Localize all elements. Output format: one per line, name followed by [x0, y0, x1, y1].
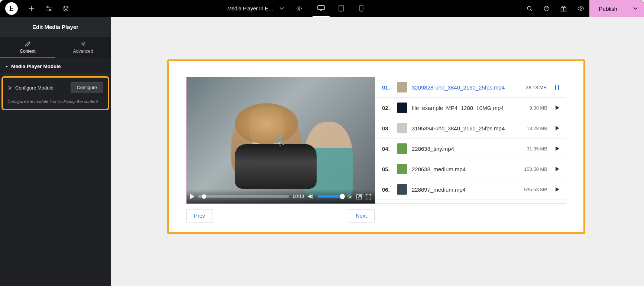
- whats-new-button[interactable]: [555, 6, 572, 12]
- play-icon[interactable]: [556, 187, 559, 192]
- configure-button[interactable]: Configure: [71, 82, 103, 93]
- pause-icon[interactable]: [555, 85, 559, 90]
- playlist-item-thumbnail: [397, 103, 407, 113]
- playlist-item-thumbnail: [397, 123, 407, 133]
- chevron-down-icon: [633, 7, 638, 10]
- volume-icon[interactable]: [308, 194, 314, 199]
- elementor-logo[interactable]: E: [5, 2, 18, 15]
- center-play-overlay[interactable]: [276, 135, 286, 146]
- caret-down-icon: [5, 65, 8, 68]
- tab-content-label: Content: [20, 49, 35, 54]
- help-icon: [544, 6, 550, 12]
- playlist-item-thumbnail: [397, 164, 407, 174]
- layers-icon: [63, 6, 69, 12]
- section-header-media-player[interactable]: Media Player Module: [0, 58, 111, 75]
- page-selector[interactable]: Media Player In E…: [221, 0, 291, 17]
- playlist-item[interactable]: 03.3195394-uhd_3840_2160_25fps.mp413.28 …: [375, 118, 566, 139]
- fullscreen-icon[interactable]: [366, 194, 371, 199]
- prev-button[interactable]: Prev: [186, 209, 213, 222]
- svg-point-13: [9, 87, 11, 88]
- play-icon[interactable]: [556, 167, 559, 171]
- panel-title: Edit Media Player: [0, 17, 111, 37]
- svg-point-11: [580, 8, 582, 9]
- configure-module-block: Configure Module Configure Configure the…: [1, 76, 109, 110]
- preview-button[interactable]: [572, 6, 589, 11]
- svg-point-5: [341, 10, 342, 10]
- playlist-item[interactable]: 05.228638_medium.mp4153.50 MB: [375, 159, 566, 179]
- playlist-item-name: 3195394-uhd_3840_2160_25fps.mp4: [412, 125, 522, 131]
- plus-icon: [29, 6, 35, 12]
- tab-advanced[interactable]: Advanced: [55, 37, 111, 58]
- mobile-icon: [359, 5, 363, 12]
- svg-point-8: [527, 6, 531, 10]
- page-settings-button[interactable]: [291, 6, 308, 12]
- gear-icon: [81, 41, 86, 46]
- playlist-item-number: 01.: [382, 84, 392, 91]
- playlist-item-name: 228638_medium.mp4: [412, 166, 520, 172]
- structure-button[interactable]: [57, 6, 74, 12]
- playlist-item-size: 31.95 MB: [527, 146, 547, 152]
- video-controls: 00:13: [187, 189, 375, 204]
- playlist-item-thumbnail: [397, 143, 407, 154]
- playlist-item[interactable]: 04.228638_tiny.mp431.95 MB: [375, 139, 566, 159]
- playlist-item-number: 02.: [382, 105, 392, 111]
- pencil-icon: [25, 41, 30, 46]
- configure-description: Configure the module first to display th…: [7, 99, 103, 104]
- playlist-item-number: 05.: [382, 166, 392, 172]
- tablet-view-tab[interactable]: [333, 0, 350, 17]
- playlist-item[interactable]: 02.file_example_MP4_1280_10MG.mp49.38 MB: [375, 98, 566, 118]
- publish-button[interactable]: Publish: [589, 0, 627, 17]
- next-button[interactable]: Next: [348, 209, 375, 222]
- playlist-item-thumbnail: [397, 184, 407, 195]
- playlist-item-size: 38.18 MB: [526, 85, 547, 90]
- volume-slider[interactable]: [317, 195, 343, 198]
- progress-bar[interactable]: [198, 195, 289, 198]
- svg-point-14: [349, 196, 350, 197]
- search-icon: [527, 6, 533, 12]
- svg-point-7: [361, 10, 362, 10]
- svg-rect-3: [318, 6, 324, 10]
- section-title: Media Player Module: [11, 64, 61, 69]
- mobile-view-tab[interactable]: [353, 0, 370, 17]
- playlist-item-name: 3209828-uhd_3840_2160_25fps.mp4: [412, 84, 521, 91]
- page-name: Media Player In E…: [227, 6, 274, 12]
- pip-icon[interactable]: [356, 194, 362, 199]
- finder-button[interactable]: [521, 6, 538, 12]
- playlist-item-name: 228697_medium.mp4: [412, 186, 520, 193]
- tablet-icon: [339, 5, 344, 12]
- gear-icon[interactable]: [347, 194, 353, 199]
- help-button[interactable]: [538, 6, 555, 12]
- tab-content[interactable]: Content: [0, 37, 55, 58]
- top-bar: E Media Player In E…: [0, 0, 644, 17]
- editor-sidebar: Edit Media Player Content Advanced Media…: [0, 17, 111, 286]
- play-button[interactable]: [190, 194, 194, 199]
- svg-point-2: [298, 8, 300, 9]
- svg-point-1: [49, 9, 51, 11]
- preview-canvas: 00:13 01.3209828-uhd_3840_2160_25fps.mp4…: [111, 17, 644, 286]
- playlist-item[interactable]: 06.228697_medium.mp4535.53 MB: [375, 179, 566, 200]
- playlist: 01.3209828-uhd_3840_2160_25fps.mp438.18 …: [375, 77, 566, 204]
- playlist-item-size: 13.28 MB: [527, 126, 547, 131]
- play-icon[interactable]: [556, 126, 559, 130]
- playlist-item-size: 535.53 MB: [524, 187, 547, 192]
- playlist-item-thumbnail: [397, 82, 407, 92]
- gear-icon: [7, 85, 12, 90]
- tab-advanced-label: Advanced: [73, 49, 93, 54]
- playlist-item[interactable]: 01.3209828-uhd_3840_2160_25fps.mp438.18 …: [375, 77, 566, 98]
- eye-icon: [577, 6, 584, 11]
- playlist-item-number: 03.: [382, 125, 392, 131]
- gear-icon: [296, 6, 302, 12]
- site-settings-button[interactable]: [40, 6, 57, 11]
- play-icon[interactable]: [556, 146, 559, 151]
- playlist-item-number: 06.: [382, 186, 392, 193]
- video-player[interactable]: 00:13: [187, 77, 375, 204]
- playlist-item-name: file_example_MP4_1280_10MG.mp4: [412, 105, 525, 111]
- playlist-item-name: 228638_tiny.mp4: [412, 146, 522, 152]
- add-element-button[interactable]: [23, 6, 40, 12]
- media-player-widget[interactable]: 00:13 01.3209828-uhd_3840_2160_25fps.mp4…: [167, 59, 585, 234]
- play-icon[interactable]: [556, 105, 559, 110]
- svg-point-0: [47, 6, 48, 8]
- desktop-view-tab[interactable]: [313, 0, 330, 17]
- publish-options-button[interactable]: [627, 0, 644, 17]
- time-display: 00:13: [293, 194, 304, 199]
